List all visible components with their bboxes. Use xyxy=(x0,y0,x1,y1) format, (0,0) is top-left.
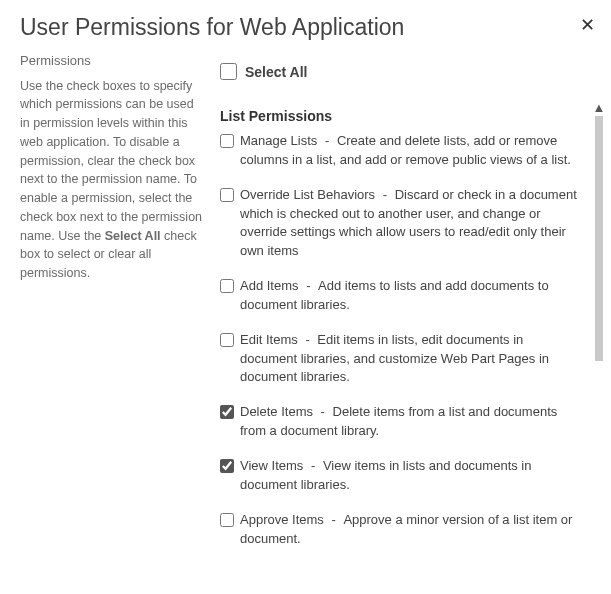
permission-name: Override List Behaviors xyxy=(240,187,375,202)
permission-checkbox[interactable] xyxy=(220,279,234,293)
permission-separator: - xyxy=(317,404,329,419)
permission-row: Override List Behaviors - Discard or che… xyxy=(220,186,581,261)
permission-separator: - xyxy=(321,133,333,148)
permission-checkbox[interactable] xyxy=(220,333,234,347)
close-button[interactable]: ✕ xyxy=(580,14,595,36)
help-desc-bold: Select All xyxy=(105,229,161,243)
permission-text: Override List Behaviors - Discard or che… xyxy=(240,186,581,261)
permission-text: Manage Lists - Create and delete lists, … xyxy=(240,132,581,170)
permission-text: Edit Items - Edit items in lists, edit d… xyxy=(240,331,581,388)
permission-separator: - xyxy=(302,332,314,347)
permission-separator: - xyxy=(328,512,340,527)
permission-checkbox[interactable] xyxy=(220,134,234,148)
dialog-title: User Permissions for Web Application xyxy=(0,0,611,51)
section-heading-list-permissions: List Permissions xyxy=(220,108,581,124)
permission-separator: - xyxy=(303,278,315,293)
permission-checkbox[interactable] xyxy=(220,405,234,419)
permission-row: Approve Items - Approve a minor version … xyxy=(220,511,581,549)
permission-text: Add Items - Add items to lists and add d… xyxy=(240,277,581,315)
permission-row: Edit Items - Edit items in lists, edit d… xyxy=(220,331,581,388)
permission-row: Delete Items - Delete items from a list … xyxy=(220,403,581,441)
help-heading: Permissions xyxy=(20,51,204,71)
permission-checkbox[interactable] xyxy=(220,188,234,202)
help-panel: Permissions Use the check boxes to speci… xyxy=(20,51,220,591)
select-all-label: Select All xyxy=(245,64,308,80)
permission-row: Manage Lists - Create and delete lists, … xyxy=(220,132,581,170)
permission-separator: - xyxy=(307,458,319,473)
dialog-body: Permissions Use the check boxes to speci… xyxy=(0,51,611,591)
permission-checkbox[interactable] xyxy=(220,459,234,473)
help-desc-pre: Use the check boxes to specify which per… xyxy=(20,79,202,243)
select-all-row: Select All xyxy=(220,63,581,80)
select-all-checkbox[interactable] xyxy=(220,63,237,80)
scroll-track[interactable] xyxy=(595,116,603,591)
permission-name: Edit Items xyxy=(240,332,298,347)
permission-name: View Items xyxy=(240,458,303,473)
scroll-thumb[interactable] xyxy=(595,116,603,361)
permission-row: Add Items - Add items to lists and add d… xyxy=(220,277,581,315)
permission-name: Add Items xyxy=(240,278,299,293)
permission-text: Delete Items - Delete items from a list … xyxy=(240,403,581,441)
permission-row: View Items - View items in lists and doc… xyxy=(220,457,581,495)
permission-text: View Items - View items in lists and doc… xyxy=(240,457,581,495)
permissions-panel: Select All List Permissions Manage Lists… xyxy=(220,51,611,591)
permission-name: Approve Items xyxy=(240,512,324,527)
permission-name: Manage Lists xyxy=(240,133,317,148)
help-description: Use the check boxes to specify which per… xyxy=(20,77,204,283)
permissions-list: Manage Lists - Create and delete lists, … xyxy=(220,132,581,548)
scroll-up-arrow-icon[interactable]: ▲ xyxy=(593,99,606,116)
permission-text: Approve Items - Approve a minor version … xyxy=(240,511,581,549)
permission-separator: - xyxy=(379,187,391,202)
permission-name: Delete Items xyxy=(240,404,313,419)
vertical-scrollbar[interactable]: ▲ xyxy=(590,99,608,591)
permission-checkbox[interactable] xyxy=(220,513,234,527)
